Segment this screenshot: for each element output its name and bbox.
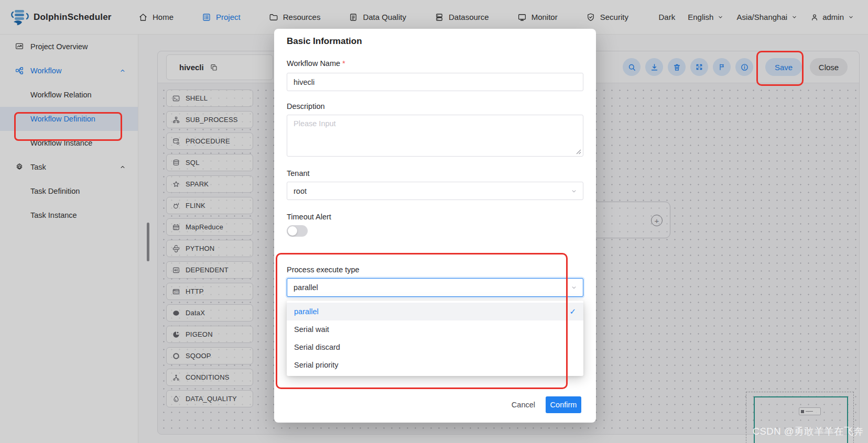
modal-title: Basic Information <box>287 36 362 47</box>
required-mark: * <box>342 59 345 68</box>
option-serial-discard[interactable]: Serial discard <box>287 338 583 356</box>
basic-information-modal: Basic Information Workflow Name* Descrip… <box>274 29 596 423</box>
description-textarea[interactable] <box>287 115 583 157</box>
execute-type-dropdown: parallel ✓ Serial wait Serial discard Se… <box>287 301 583 376</box>
check-icon: ✓ <box>569 307 576 316</box>
toggle-knob <box>288 226 297 236</box>
chevron-down-icon <box>570 284 578 291</box>
watermark: CSDN @勇敢羊羊在飞奔 <box>738 425 864 438</box>
workflow-name-label: Workflow Name* <box>287 59 345 68</box>
timeout-alert-label: Timeout Alert <box>287 213 331 221</box>
tenant-label: Tenant <box>287 169 310 178</box>
option-serial-priority[interactable]: Serial priority <box>287 356 583 374</box>
timeout-alert-toggle[interactable] <box>287 225 308 237</box>
option-serial-wait[interactable]: Serial wait <box>287 320 583 338</box>
chevron-down-icon <box>570 187 578 195</box>
description-label: Description <box>287 102 325 110</box>
execute-type-select[interactable]: parallel <box>287 278 583 297</box>
modal-footer: Cancel Confirm <box>274 394 596 415</box>
option-parallel[interactable]: parallel ✓ <box>287 303 583 320</box>
tenant-select[interactable]: root <box>287 182 583 200</box>
confirm-button[interactable]: Confirm <box>546 396 581 413</box>
execute-type-label: Process execute type <box>287 265 360 274</box>
workflow-name-input[interactable] <box>287 73 583 91</box>
cancel-button[interactable]: Cancel <box>512 401 535 409</box>
